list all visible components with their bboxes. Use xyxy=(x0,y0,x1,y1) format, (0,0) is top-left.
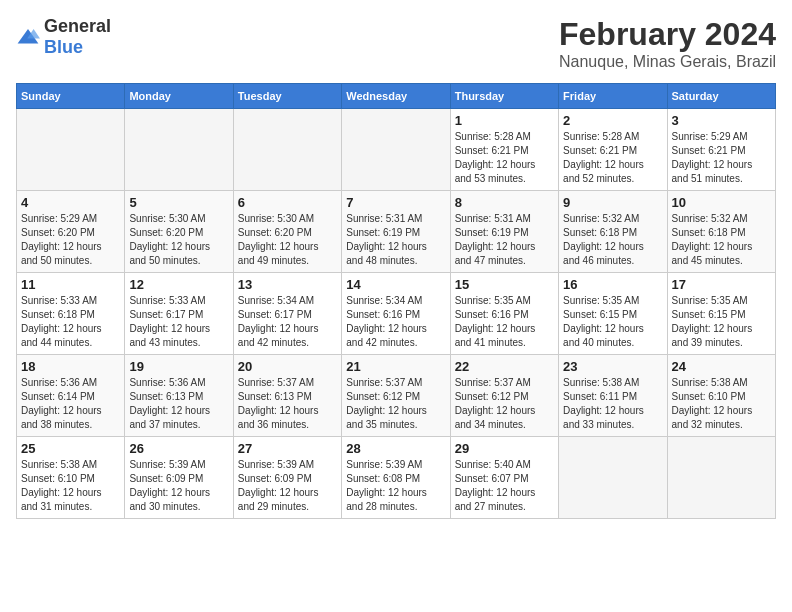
day-info: Sunrise: 5:30 AM Sunset: 6:20 PM Dayligh… xyxy=(238,212,337,268)
day-number: 8 xyxy=(455,195,554,210)
day-info: Sunrise: 5:31 AM Sunset: 6:19 PM Dayligh… xyxy=(455,212,554,268)
day-number: 22 xyxy=(455,359,554,374)
calendar-cell: 8Sunrise: 5:31 AM Sunset: 6:19 PM Daylig… xyxy=(450,191,558,273)
calendar-cell: 14Sunrise: 5:34 AM Sunset: 6:16 PM Dayli… xyxy=(342,273,450,355)
day-number: 26 xyxy=(129,441,228,456)
calendar-cell: 29Sunrise: 5:40 AM Sunset: 6:07 PM Dayli… xyxy=(450,437,558,519)
day-number: 12 xyxy=(129,277,228,292)
calendar-week-1: 1Sunrise: 5:28 AM Sunset: 6:21 PM Daylig… xyxy=(17,109,776,191)
day-number: 9 xyxy=(563,195,662,210)
day-number: 4 xyxy=(21,195,120,210)
day-info: Sunrise: 5:39 AM Sunset: 6:08 PM Dayligh… xyxy=(346,458,445,514)
day-number: 27 xyxy=(238,441,337,456)
calendar-cell: 27Sunrise: 5:39 AM Sunset: 6:09 PM Dayli… xyxy=(233,437,341,519)
calendar-cell: 28Sunrise: 5:39 AM Sunset: 6:08 PM Dayli… xyxy=(342,437,450,519)
header: General Blue February 2024 Nanuque, Mina… xyxy=(16,16,776,71)
main-title: February 2024 xyxy=(559,16,776,53)
day-number: 6 xyxy=(238,195,337,210)
day-info: Sunrise: 5:39 AM Sunset: 6:09 PM Dayligh… xyxy=(238,458,337,514)
day-number: 20 xyxy=(238,359,337,374)
day-number: 28 xyxy=(346,441,445,456)
day-info: Sunrise: 5:37 AM Sunset: 6:12 PM Dayligh… xyxy=(346,376,445,432)
calendar-week-4: 18Sunrise: 5:36 AM Sunset: 6:14 PM Dayli… xyxy=(17,355,776,437)
calendar-week-2: 4Sunrise: 5:29 AM Sunset: 6:20 PM Daylig… xyxy=(17,191,776,273)
day-header-thursday: Thursday xyxy=(450,84,558,109)
calendar-cell: 26Sunrise: 5:39 AM Sunset: 6:09 PM Dayli… xyxy=(125,437,233,519)
day-number: 2 xyxy=(563,113,662,128)
calendar-cell: 15Sunrise: 5:35 AM Sunset: 6:16 PM Dayli… xyxy=(450,273,558,355)
days-header-row: SundayMondayTuesdayWednesdayThursdayFrid… xyxy=(17,84,776,109)
calendar-cell: 3Sunrise: 5:29 AM Sunset: 6:21 PM Daylig… xyxy=(667,109,775,191)
day-header-tuesday: Tuesday xyxy=(233,84,341,109)
calendar-cell: 6Sunrise: 5:30 AM Sunset: 6:20 PM Daylig… xyxy=(233,191,341,273)
calendar-cell: 5Sunrise: 5:30 AM Sunset: 6:20 PM Daylig… xyxy=(125,191,233,273)
day-header-friday: Friday xyxy=(559,84,667,109)
day-number: 14 xyxy=(346,277,445,292)
calendar-cell: 22Sunrise: 5:37 AM Sunset: 6:12 PM Dayli… xyxy=(450,355,558,437)
calendar-cell: 25Sunrise: 5:38 AM Sunset: 6:10 PM Dayli… xyxy=(17,437,125,519)
day-info: Sunrise: 5:32 AM Sunset: 6:18 PM Dayligh… xyxy=(672,212,771,268)
day-number: 10 xyxy=(672,195,771,210)
day-number: 1 xyxy=(455,113,554,128)
day-number: 13 xyxy=(238,277,337,292)
calendar-cell: 2Sunrise: 5:28 AM Sunset: 6:21 PM Daylig… xyxy=(559,109,667,191)
calendar-cell: 23Sunrise: 5:38 AM Sunset: 6:11 PM Dayli… xyxy=(559,355,667,437)
day-info: Sunrise: 5:39 AM Sunset: 6:09 PM Dayligh… xyxy=(129,458,228,514)
day-info: Sunrise: 5:33 AM Sunset: 6:17 PM Dayligh… xyxy=(129,294,228,350)
day-info: Sunrise: 5:38 AM Sunset: 6:10 PM Dayligh… xyxy=(672,376,771,432)
day-info: Sunrise: 5:36 AM Sunset: 6:13 PM Dayligh… xyxy=(129,376,228,432)
logo: General Blue xyxy=(16,16,111,58)
day-info: Sunrise: 5:36 AM Sunset: 6:14 PM Dayligh… xyxy=(21,376,120,432)
day-header-saturday: Saturday xyxy=(667,84,775,109)
subtitle: Nanuque, Minas Gerais, Brazil xyxy=(559,53,776,71)
calendar-week-5: 25Sunrise: 5:38 AM Sunset: 6:10 PM Dayli… xyxy=(17,437,776,519)
day-info: Sunrise: 5:35 AM Sunset: 6:16 PM Dayligh… xyxy=(455,294,554,350)
calendar-table: SundayMondayTuesdayWednesdayThursdayFrid… xyxy=(16,83,776,519)
logo-general: General xyxy=(44,16,111,36)
calendar-cell: 21Sunrise: 5:37 AM Sunset: 6:12 PM Dayli… xyxy=(342,355,450,437)
day-info: Sunrise: 5:33 AM Sunset: 6:18 PM Dayligh… xyxy=(21,294,120,350)
title-area: February 2024 Nanuque, Minas Gerais, Bra… xyxy=(559,16,776,71)
day-info: Sunrise: 5:30 AM Sunset: 6:20 PM Dayligh… xyxy=(129,212,228,268)
day-header-sunday: Sunday xyxy=(17,84,125,109)
calendar-cell: 18Sunrise: 5:36 AM Sunset: 6:14 PM Dayli… xyxy=(17,355,125,437)
calendar-cell: 24Sunrise: 5:38 AM Sunset: 6:10 PM Dayli… xyxy=(667,355,775,437)
day-number: 19 xyxy=(129,359,228,374)
calendar-cell: 19Sunrise: 5:36 AM Sunset: 6:13 PM Dayli… xyxy=(125,355,233,437)
calendar-cell: 10Sunrise: 5:32 AM Sunset: 6:18 PM Dayli… xyxy=(667,191,775,273)
calendar-cell xyxy=(667,437,775,519)
day-number: 24 xyxy=(672,359,771,374)
day-number: 18 xyxy=(21,359,120,374)
day-number: 7 xyxy=(346,195,445,210)
day-info: Sunrise: 5:32 AM Sunset: 6:18 PM Dayligh… xyxy=(563,212,662,268)
day-info: Sunrise: 5:37 AM Sunset: 6:13 PM Dayligh… xyxy=(238,376,337,432)
day-number: 16 xyxy=(563,277,662,292)
day-number: 21 xyxy=(346,359,445,374)
day-info: Sunrise: 5:29 AM Sunset: 6:20 PM Dayligh… xyxy=(21,212,120,268)
calendar-cell: 13Sunrise: 5:34 AM Sunset: 6:17 PM Dayli… xyxy=(233,273,341,355)
calendar-cell: 20Sunrise: 5:37 AM Sunset: 6:13 PM Dayli… xyxy=(233,355,341,437)
calendar-cell xyxy=(17,109,125,191)
calendar-cell: 7Sunrise: 5:31 AM Sunset: 6:19 PM Daylig… xyxy=(342,191,450,273)
day-info: Sunrise: 5:38 AM Sunset: 6:10 PM Dayligh… xyxy=(21,458,120,514)
calendar-week-3: 11Sunrise: 5:33 AM Sunset: 6:18 PM Dayli… xyxy=(17,273,776,355)
day-number: 29 xyxy=(455,441,554,456)
calendar-cell xyxy=(233,109,341,191)
calendar-cell: 9Sunrise: 5:32 AM Sunset: 6:18 PM Daylig… xyxy=(559,191,667,273)
calendar-cell: 11Sunrise: 5:33 AM Sunset: 6:18 PM Dayli… xyxy=(17,273,125,355)
day-info: Sunrise: 5:28 AM Sunset: 6:21 PM Dayligh… xyxy=(563,130,662,186)
calendar-cell: 12Sunrise: 5:33 AM Sunset: 6:17 PM Dayli… xyxy=(125,273,233,355)
logo-icon xyxy=(16,27,40,47)
calendar-cell xyxy=(342,109,450,191)
day-header-wednesday: Wednesday xyxy=(342,84,450,109)
logo-text: General Blue xyxy=(44,16,111,58)
calendar-cell: 16Sunrise: 5:35 AM Sunset: 6:15 PM Dayli… xyxy=(559,273,667,355)
calendar-cell xyxy=(559,437,667,519)
day-number: 5 xyxy=(129,195,228,210)
day-number: 15 xyxy=(455,277,554,292)
calendar-cell: 1Sunrise: 5:28 AM Sunset: 6:21 PM Daylig… xyxy=(450,109,558,191)
day-info: Sunrise: 5:29 AM Sunset: 6:21 PM Dayligh… xyxy=(672,130,771,186)
day-info: Sunrise: 5:35 AM Sunset: 6:15 PM Dayligh… xyxy=(672,294,771,350)
day-info: Sunrise: 5:35 AM Sunset: 6:15 PM Dayligh… xyxy=(563,294,662,350)
day-info: Sunrise: 5:37 AM Sunset: 6:12 PM Dayligh… xyxy=(455,376,554,432)
